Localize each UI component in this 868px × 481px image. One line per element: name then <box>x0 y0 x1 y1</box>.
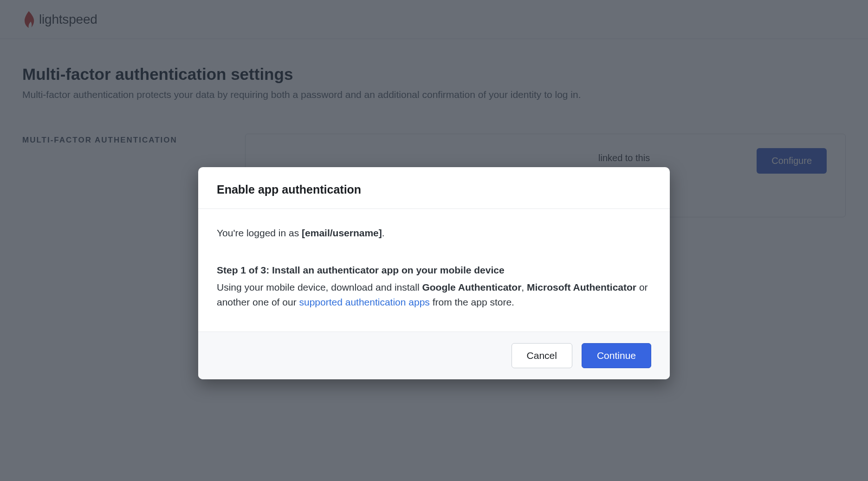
modal-overlay[interactable]: Enable app authentication You're logged … <box>0 0 868 481</box>
login-prefix: You're logged in as <box>217 228 302 238</box>
app-microsoft-authenticator: Microsoft Authenticator <box>527 282 636 292</box>
continue-button[interactable]: Continue <box>582 343 651 368</box>
login-status-line: You're logged in as [email/username]. <box>217 226 651 240</box>
modal-title: Enable app authentication <box>217 183 651 196</box>
cancel-button[interactable]: Cancel <box>512 343 572 368</box>
modal-body: You're logged in as [email/username]. St… <box>198 209 670 332</box>
login-suffix: . <box>382 228 385 238</box>
step-text: Using your mobile device, download and i… <box>217 280 651 309</box>
enable-auth-modal: Enable app authentication You're logged … <box>198 167 670 379</box>
step-heading: Step 1 of 3: Install an authenticator ap… <box>217 263 651 278</box>
app-google-authenticator: Google Authenticator <box>422 282 521 292</box>
comma: , <box>521 282 527 292</box>
app-viewport: lightspeed Multi-factor authentication s… <box>0 0 868 481</box>
step-text-1: Using your mobile device, download and i… <box>217 282 422 292</box>
supported-apps-link[interactable]: supported authentication apps <box>299 297 429 307</box>
step-text-3: from the app store. <box>430 297 514 307</box>
modal-header: Enable app authentication <box>198 167 670 209</box>
modal-footer: Cancel Continue <box>198 332 670 379</box>
login-user: [email/username] <box>302 228 382 238</box>
